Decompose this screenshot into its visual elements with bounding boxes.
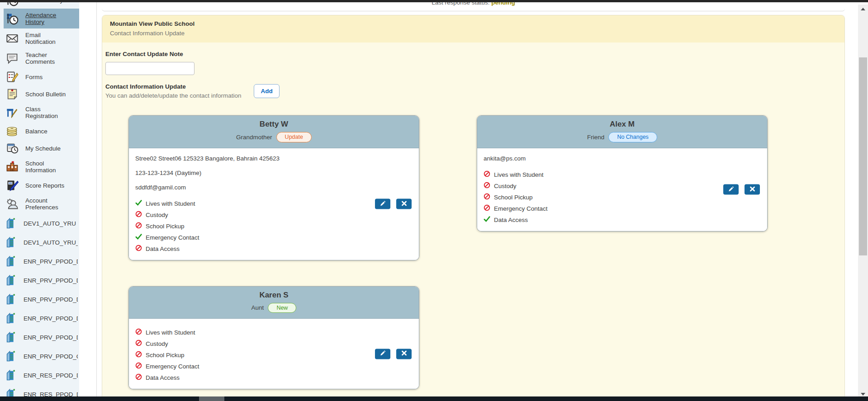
sidebar-item-my-schedule[interactable]: My Schedule <box>0 140 79 157</box>
edit-contact-button[interactable] <box>375 199 390 209</box>
page-title: Contact Information Update <box>110 30 837 37</box>
edit-contact-button[interactable] <box>723 184 739 195</box>
main-content: Last response status: pending Mountain V… <box>96 2 858 396</box>
edit-pencil-icon <box>380 200 386 208</box>
contact-cards-grid: Betty WGrandmotherUpdateStree02 Street06… <box>128 115 835 389</box>
contact-update-note-input[interactable] <box>105 62 194 75</box>
contact-card-body: ankita@ps.comLives with StudentCustodySc… <box>477 148 767 231</box>
ban-icon <box>484 182 490 190</box>
panel-body: Enter Contact Update Note Contact Inform… <box>102 42 844 396</box>
email-notification-icon <box>5 32 19 45</box>
school-building-icon <box>5 292 18 306</box>
school-building-icon <box>5 330 18 344</box>
permission-status-list: Lives with StudentCustodySchool PickupEm… <box>135 327 412 383</box>
relationship-label: Grandmother <box>236 134 272 141</box>
sidebar-item-label: Score Reports <box>25 182 71 189</box>
sidebar-school-link-9[interactable]: ENR_RES_PPOD_DEV <box>0 366 79 385</box>
permission-status-list: Lives with StudentCustodySchool PickupEm… <box>484 169 760 226</box>
panel-banner: Mountain View Public School Contact Info… <box>102 15 844 42</box>
last-response-status-value: pending <box>491 2 515 6</box>
status-row-data-access: Data Access <box>484 214 760 226</box>
add-contact-button[interactable]: Add <box>254 84 279 98</box>
status-row-custody: Custody <box>484 180 760 192</box>
sidebar-item-attendance-history[interactable]: Attendance History <box>4 9 79 28</box>
sidebar-item-score-reports[interactable]: Score Reports <box>0 177 79 194</box>
balance-icon <box>5 124 19 138</box>
delete-contact-button[interactable] <box>396 349 412 359</box>
delete-x-icon <box>749 186 755 193</box>
contact-detail-line: 123-123-1234 (Daytime) <box>135 169 412 177</box>
contact-card-alex-m: Alex MFriendNo Changesankita@ps.comLives… <box>477 115 768 231</box>
sidebar-school-link-7[interactable]: ENR_PRV_PPOD_DEV <box>0 328 79 347</box>
sidebar-school-link-8[interactable]: ENR_PRV_PPOD_QA2 <box>0 347 79 366</box>
sidebar-item-label: Forms <box>25 74 71 80</box>
sidebar-item-class-registration[interactable]: Class Registration <box>0 103 79 123</box>
forms-icon <box>5 70 19 84</box>
school-link-label: ENR_RES_PPOD_DEV <box>24 372 78 379</box>
delete-contact-button[interactable] <box>745 184 760 195</box>
status-label: Lives with Student <box>146 329 195 336</box>
status-label: Data Access <box>146 245 180 252</box>
sidebar-item-balance[interactable]: Balance <box>0 123 79 140</box>
sidebar-item-label: School Information <box>25 160 71 174</box>
sidebar-school-links: DEV1_AUTO_YRUDEV1_AUTO_YRU_V1ENR_PRV_PPO… <box>0 214 79 396</box>
sidebar-item-teacher-comments[interactable]: Teacher Comments <box>0 48 79 68</box>
vertical-scrollbar[interactable] <box>858 5 868 396</box>
scroll-down-arrow-icon[interactable] <box>858 391 868 396</box>
school-link-label: ENR_PRV_PPOD_DEV <box>24 296 78 303</box>
sidebar-item-label: Attendance History <box>25 12 71 25</box>
scrollbar-thumb[interactable] <box>859 57 867 255</box>
status-label: Data Access <box>146 374 180 381</box>
status-row-emergency-contact: Emergency Contact <box>484 203 760 214</box>
school-building-icon <box>5 217 18 230</box>
ban-icon <box>135 373 142 382</box>
sidebar-item-label: Grade History <box>25 2 71 4</box>
ban-icon <box>135 245 142 253</box>
ban-icon <box>135 340 142 348</box>
sidebar-school-link-3[interactable]: ENR_PRV_PPOD_DEV <box>0 252 79 271</box>
grade-history-icon <box>5 2 19 7</box>
sidebar-school-link-6[interactable]: ENR_PRV_PPOD_DEV <box>0 309 79 328</box>
status-label: Emergency Contact <box>146 234 199 241</box>
sidebar-item-school-information[interactable]: School Information <box>0 157 79 177</box>
status-row-data-access: Data Access <box>135 372 412 383</box>
relationship-label: Aunt <box>251 304 264 311</box>
sidebar-school-link-5[interactable]: ENR_PRV_PPOD_DEV <box>0 290 79 309</box>
school-building-icon <box>5 311 18 325</box>
school-building-icon <box>5 387 18 396</box>
note-label: Enter Contact Update Note <box>105 51 835 57</box>
ban-icon <box>135 362 142 371</box>
sidebar-item-forms[interactable]: Forms <box>0 68 79 85</box>
sidebar-school-link-4[interactable]: ENR_PRV_PPOD_DEV <box>0 271 79 290</box>
edit-contact-button[interactable] <box>375 349 390 359</box>
sidebar-item-account-preferences[interactable]: Account Preferences <box>0 194 79 214</box>
my-schedule-icon <box>5 142 19 155</box>
sidebar-item-label: Account Preferences <box>25 197 71 211</box>
sidebar-item-label: Balance <box>25 128 71 135</box>
status-row-lives-with-student: Lives with Student <box>135 327 412 338</box>
contact-name: Betty W <box>134 120 413 129</box>
section-subtitle: You can add/delete/update the contact in… <box>105 92 241 99</box>
scroll-up-arrow-icon[interactable] <box>858 5 868 13</box>
sidebar-school-link-10[interactable]: ENR_RES_PPOD_DEV <box>0 385 79 396</box>
sidebar-school-link-2[interactable]: DEV1_AUTO_YRU_V1 <box>0 233 79 252</box>
card-actions <box>375 199 412 209</box>
delete-contact-button[interactable] <box>396 199 412 209</box>
contact-detail-line: sddfdf@gamil.com <box>135 184 412 191</box>
check-icon <box>135 233 142 242</box>
contact-card-body: Lives with StudentCustodySchool PickupEm… <box>129 319 419 389</box>
status-label: Custody <box>146 340 168 347</box>
sidebar-item-grade-history[interactable]: Grade History <box>0 2 79 9</box>
school-link-label: ENR_PRV_PPOD_DEV <box>24 334 78 341</box>
contact-name: Alex M <box>483 120 762 129</box>
status-row-data-access: Data Access <box>135 243 412 255</box>
previous-section-clipped: Last response status: pending <box>102 2 845 11</box>
window-bottom-edge <box>0 396 868 401</box>
sidebar-item-email-notification[interactable]: Email Notification <box>0 28 79 48</box>
sidebar-school-link-1[interactable]: DEV1_AUTO_YRU <box>0 214 79 233</box>
attendance-history-icon <box>5 12 19 25</box>
class-registration-icon <box>5 106 19 119</box>
relationship-row: AuntNew <box>134 303 413 313</box>
card-actions <box>375 349 412 359</box>
sidebar-item-school-bulletin[interactable]: School Bulletin <box>0 85 79 103</box>
